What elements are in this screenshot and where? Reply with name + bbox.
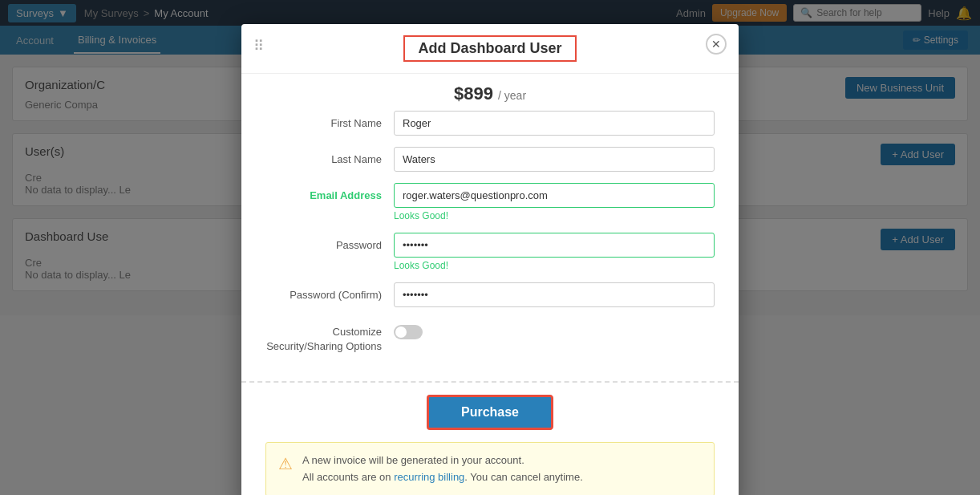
- confirm-password-input[interactable]: [394, 282, 715, 307]
- add-dashboard-user-modal: ⠿ Add Dashboard User ✕ $899 / year First…: [241, 24, 739, 495]
- modal-price: $899 / year: [241, 74, 739, 111]
- recurring-billing-link[interactable]: recurring billing: [394, 471, 464, 483]
- email-looks-good: Looks Good!: [394, 210, 715, 221]
- confirm-password-row: Password (Confirm): [265, 282, 715, 307]
- password-looks-good: Looks Good!: [394, 260, 715, 271]
- first-name-row: First Name: [265, 111, 715, 136]
- modal-body: First Name Last Name Email Address Looks…: [241, 111, 739, 381]
- warning-icon: ⚠: [278, 454, 293, 473]
- modal-close-button[interactable]: ✕: [706, 34, 727, 55]
- first-name-input[interactable]: [394, 111, 715, 136]
- price-value: $899: [454, 83, 493, 103]
- email-input[interactable]: [394, 183, 715, 208]
- last-name-row: Last Name: [265, 147, 715, 172]
- email-field-wrapper: Looks Good!: [394, 183, 715, 221]
- security-row: Customize Security/Sharing Options: [265, 319, 715, 354]
- notice-line2-post: . You can cancel anytime.: [464, 471, 582, 483]
- first-name-label: First Name: [265, 111, 394, 129]
- notice-text: A new invoice will be generated in your …: [302, 452, 583, 486]
- security-toggle[interactable]: [394, 325, 423, 339]
- security-label: Customize Security/Sharing Options: [265, 319, 394, 354]
- purchase-button[interactable]: Purchase: [427, 395, 553, 430]
- notice-line1: A new invoice will be generated in your …: [302, 454, 524, 466]
- password-label: Password: [265, 233, 394, 251]
- grid-icon: ⠿: [253, 37, 264, 55]
- last-name-label: Last Name: [265, 147, 394, 165]
- modal-header: ⠿ Add Dashboard User ✕: [241, 24, 739, 74]
- email-label: Email Address: [265, 183, 394, 201]
- notice-line2-pre: All accounts are on: [302, 471, 394, 483]
- notice-box: ⚠ A new invoice will be generated in you…: [265, 442, 715, 495]
- last-name-input[interactable]: [394, 147, 715, 172]
- password-input[interactable]: [394, 233, 715, 258]
- password-row: Password Looks Good!: [265, 233, 715, 271]
- security-toggle-wrapper: [394, 319, 423, 339]
- purchase-button-wrapper: Purchase: [265, 395, 715, 430]
- password-field-wrapper: Looks Good!: [394, 233, 715, 271]
- per-year-label: / year: [498, 89, 526, 102]
- close-icon: ✕: [711, 38, 721, 51]
- modal-title: Add Dashboard User: [403, 35, 576, 62]
- modal-overlay: ⠿ Add Dashboard User ✕ $899 / year First…: [0, 0, 980, 495]
- email-row: Email Address Looks Good!: [265, 183, 715, 221]
- confirm-password-label: Password (Confirm): [265, 282, 394, 301]
- modal-footer: Purchase ⚠ A new invoice will be generat…: [241, 381, 739, 495]
